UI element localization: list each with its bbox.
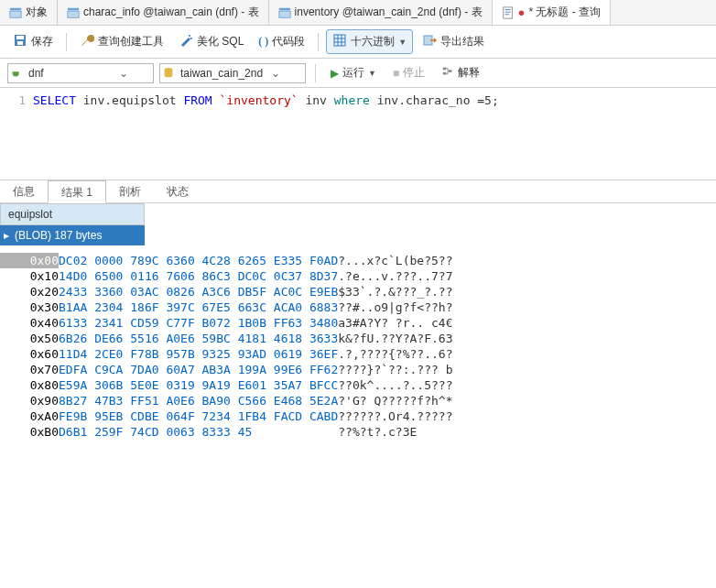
query-builder-button[interactable]: 查询创建工具 bbox=[74, 30, 169, 53]
separator bbox=[66, 33, 67, 51]
hex-bytes: 14D0 6500 0116 7606 86C3 DC0C 0C37 8D37 bbox=[59, 268, 338, 284]
svg-rect-17 bbox=[449, 70, 452, 72]
grid-icon bbox=[332, 33, 347, 50]
export-button[interactable]: 导出结果 bbox=[417, 30, 490, 53]
hex-row[interactable]: 0x00DC02 0000 789C 6360 4C28 6265 E335 F… bbox=[0, 253, 452, 268]
label: 查询创建工具 bbox=[98, 34, 164, 49]
tab-inventory[interactable]: inventory @taiwan_cain_2nd (dnf) - 表 bbox=[269, 0, 493, 25]
svg-rect-6 bbox=[503, 6, 512, 17]
hex-button[interactable]: 十六进制 ▼ bbox=[326, 29, 413, 54]
brackets-icon: ( ) bbox=[258, 35, 268, 49]
svg-rect-5 bbox=[278, 11, 289, 17]
chevron-down-icon[interactable]: ⌄ bbox=[268, 67, 283, 80]
tab-label: inventory @taiwan_cain_2nd (dnf) - 表 bbox=[295, 5, 483, 20]
svg-point-11 bbox=[190, 38, 192, 39]
hex-bytes: DC02 0000 789C 6360 4C28 6265 E335 F0AD bbox=[59, 253, 338, 268]
hex-row[interactable]: 0x30B1AA 2304 186F 397C 67E5 663C ACA0 6… bbox=[0, 299, 452, 315]
hex-offset: 0xB0 bbox=[0, 424, 59, 440]
save-icon bbox=[13, 33, 27, 50]
hex-bytes: 2433 3360 03AC 0826 A3C6 DB5F AC0C E9EB bbox=[59, 284, 338, 299]
label: 十六进制 bbox=[351, 34, 395, 49]
hex-bytes: 11D4 2CE0 F78B 957B 9325 93AD 0619 36EF bbox=[59, 346, 338, 362]
chevron-down-icon: ▼ bbox=[398, 38, 407, 47]
svg-rect-2 bbox=[68, 7, 79, 10]
svg-rect-15 bbox=[443, 68, 447, 71]
hex-row[interactable]: 0x506B26 DE66 5516 A0E6 59BC 4181 4618 3… bbox=[0, 331, 452, 346]
label: 停止 bbox=[403, 65, 425, 81]
hex-offset: 0x80 bbox=[0, 377, 59, 393]
explain-button[interactable]: 解释 bbox=[436, 63, 485, 82]
connection-dropdown[interactable]: dnf ⌄ bbox=[7, 63, 154, 83]
sql-editor[interactable]: 1 SELECT inv.equipslot FROM `inventory` … bbox=[0, 88, 716, 180]
hex-bytes: EDFA C9CA 7DA0 60A7 AB3A 199A 99E6 FF62 bbox=[59, 362, 338, 377]
tab-status[interactable]: 状态 bbox=[154, 180, 201, 202]
tab-untitled-query[interactable]: ● * 无标题 - 查询 bbox=[493, 0, 612, 25]
row-indicator-icon: ▸ bbox=[4, 229, 9, 242]
value: dnf bbox=[25, 67, 116, 80]
hex-row[interactable]: 0x1014D0 6500 0116 7606 86C3 DC0C 0C37 8… bbox=[0, 268, 452, 284]
beautify-button[interactable]: 美化 SQL bbox=[173, 30, 249, 53]
svg-rect-4 bbox=[278, 7, 289, 10]
table-icon bbox=[278, 6, 291, 19]
hex-row[interactable]: 0x908B27 47B3 FF51 A0E6 BA90 C566 E468 5… bbox=[0, 393, 452, 408]
hex-ascii: k&?fU.??Y?A?F.63 bbox=[338, 331, 452, 346]
chevron-down-icon[interactable]: ⌄ bbox=[116, 67, 131, 80]
separator bbox=[318, 33, 319, 51]
line-gutter: 1 bbox=[0, 93, 33, 174]
hex-row[interactable]: 0xB0D6B1 259F 74CD 0063 8333 45 ??%?t?.c… bbox=[0, 424, 452, 440]
tab-profile[interactable]: 剖析 bbox=[106, 180, 154, 202]
hex-ascii: ?...x?c`L(be?5?? bbox=[338, 253, 452, 268]
hex-row[interactable]: 0x70EDFA C9CA 7DA0 60A7 AB3A 199A 99E6 F… bbox=[0, 362, 452, 377]
svg-rect-0 bbox=[10, 7, 21, 10]
hex-row[interactable]: 0xA0FE9B 95EB CDBE 064F 7234 1FB4 FACD C… bbox=[0, 408, 452, 424]
chevron-down-icon[interactable]: ▼ bbox=[368, 69, 376, 78]
save-button[interactable]: 保存 bbox=[7, 30, 59, 53]
connection-bar: dnf ⌄ taiwan_cain_2nd ⌄ ▶ 运行 ▼ ■ 停止 解释 bbox=[0, 59, 716, 88]
label: 运行 bbox=[342, 65, 364, 81]
table-row[interactable]: ▸ (BLOB) 187 bytes bbox=[0, 225, 145, 245]
hex-offset: 0x50 bbox=[0, 331, 59, 346]
query-icon bbox=[502, 6, 515, 19]
hex-row[interactable]: 0x6011D4 2CE0 F78B 957B 9325 93AD 0619 3… bbox=[0, 346, 452, 362]
modified-dot-icon: ● bbox=[518, 5, 526, 19]
column-header[interactable]: equipslot bbox=[0, 203, 145, 225]
tab-label: * 无标题 - 查询 bbox=[528, 5, 601, 20]
export-icon bbox=[422, 33, 437, 50]
database-dropdown[interactable]: taiwan_cain_2nd ⌄ bbox=[159, 63, 306, 83]
hex-offset: 0x30 bbox=[0, 299, 59, 315]
hex-bytes: E59A 306B 5E0E 0319 9A19 E601 35A7 BFCC bbox=[59, 377, 338, 393]
tab-result-1[interactable]: 结果 1 bbox=[48, 180, 106, 203]
result-tabbar: 信息 结果 1 剖析 状态 bbox=[0, 180, 716, 203]
tab-charac-info[interactable]: charac_info @taiwan_cain (dnf) - 表 bbox=[58, 0, 269, 25]
database-icon bbox=[160, 67, 177, 80]
hex-row[interactable]: 0x406133 2341 CD59 C77F B072 1B0B FF63 3… bbox=[0, 315, 452, 331]
stop-button: ■ 停止 bbox=[387, 63, 430, 82]
hex-row[interactable]: 0x202433 3360 03AC 0826 A3C6 DB5F AC0C E… bbox=[0, 284, 452, 299]
run-button[interactable]: ▶ 运行 ▼ bbox=[325, 63, 382, 82]
hex-ascii: ??0k^....?..5??? bbox=[338, 377, 452, 393]
hex-offset: 0x00 bbox=[0, 253, 59, 268]
hex-row[interactable]: 0x80E59A 306B 5E0E 0319 9A19 E601 35A7 B… bbox=[0, 377, 452, 393]
tab-objects[interactable]: 对象 bbox=[0, 0, 58, 25]
hex-ascii: a3#A?Y? ?r.. c4€ bbox=[338, 315, 452, 331]
snippet-button[interactable]: ( ) 代码段 bbox=[253, 31, 310, 52]
table-icon bbox=[9, 6, 22, 19]
svg-rect-8 bbox=[16, 36, 24, 39]
hex-bytes: D6B1 259F 74CD 0063 8333 45 bbox=[59, 424, 338, 440]
table-icon bbox=[67, 6, 80, 19]
value: taiwan_cain_2nd bbox=[177, 67, 268, 80]
label: 导出结果 bbox=[440, 34, 484, 49]
hex-ascii: $33`.?.&???_?.?? bbox=[338, 284, 452, 299]
tab-info[interactable]: 信息 bbox=[0, 180, 48, 202]
separator bbox=[315, 64, 316, 82]
plug-icon bbox=[8, 67, 25, 80]
hex-bytes: FE9B 95EB CDBE 064F 7234 1FB4 FACD CABD bbox=[59, 408, 338, 424]
svg-rect-1 bbox=[10, 11, 21, 17]
sql-code[interactable]: SELECT inv.equipslot FROM `inventory` in… bbox=[33, 93, 716, 174]
hex-bytes: 8B27 47B3 FF51 A0E6 BA90 C566 E468 5E2A bbox=[59, 393, 338, 408]
play-icon: ▶ bbox=[331, 67, 339, 80]
label: 解释 bbox=[458, 65, 480, 81]
hex-offset: 0x90 bbox=[0, 393, 59, 408]
hex-ascii: .?,????{?%??..6? bbox=[338, 346, 452, 362]
tab-label: 对象 bbox=[26, 5, 48, 20]
